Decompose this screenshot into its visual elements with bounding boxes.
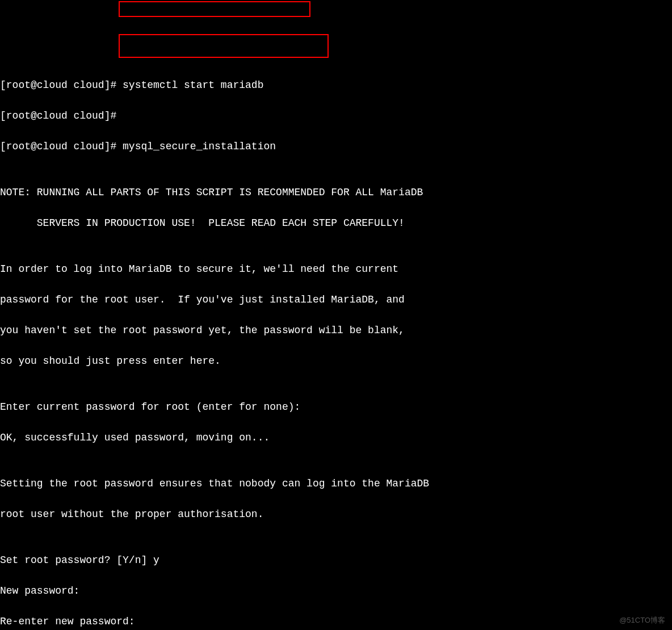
terminal-line: root user without the proper authorisati… xyxy=(0,507,672,522)
highlight-box-cmd2 xyxy=(119,34,329,58)
terminal-line: Enter current password for root (enter f… xyxy=(0,400,672,415)
terminal-line: Re-enter new password: xyxy=(0,614,672,629)
terminal-line: New password: xyxy=(0,583,672,599)
terminal-line: In order to log into MariaDB to secure i… xyxy=(0,262,672,277)
terminal-line: NOTE: RUNNING ALL PARTS OF THIS SCRIPT I… xyxy=(0,185,672,200)
terminal-line: you haven't set the root password yet, t… xyxy=(0,323,672,338)
watermark-label: @51CTO博客 xyxy=(619,615,665,626)
terminal-line: [root@cloud cloud]# systemctl start mari… xyxy=(0,78,672,93)
terminal-output[interactable]: [root@cloud cloud]# systemctl start mari… xyxy=(0,61,672,630)
terminal-line: [root@cloud cloud]# mysql_secure_install… xyxy=(0,139,672,154)
terminal-line: OK, successfully used password, moving o… xyxy=(0,430,672,446)
highlight-box-cmd1 xyxy=(119,1,310,17)
terminal-line: Set root password? [Y/n] y xyxy=(0,553,672,568)
terminal-line: [root@cloud cloud]# xyxy=(0,108,672,124)
terminal-line: SERVERS IN PRODUCTION USE! PLEASE READ E… xyxy=(0,216,672,231)
terminal-line: password for the root user. If you've ju… xyxy=(0,292,672,308)
terminal-line: Setting the root password ensures that n… xyxy=(0,476,672,492)
terminal-line: so you should just press enter here. xyxy=(0,354,672,369)
